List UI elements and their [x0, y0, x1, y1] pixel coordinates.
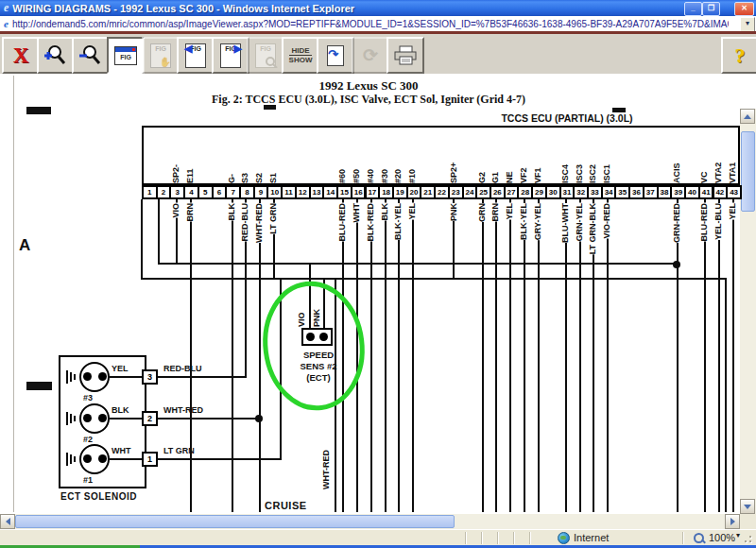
figure-zoom-icon: FIG: [255, 43, 276, 68]
wire-segment: [607, 199, 609, 512]
solenoid-terminal: [83, 454, 92, 463]
figure-pan-icon: FIG✋: [150, 43, 171, 68]
zoom-dropdown-caret[interactable]: ▾: [736, 531, 740, 539]
wire-segment: [157, 458, 282, 460]
wire-color-label: GRN: [477, 203, 488, 222]
ect-solenoid-label: ECT SOLENOID: [60, 491, 137, 502]
wire-segment: [704, 199, 706, 512]
zoom-in-button[interactable]: [37, 37, 75, 74]
wire-segment: [157, 418, 261, 420]
zoom-out-button[interactable]: [72, 37, 110, 74]
scroll-left-button[interactable]: [0, 514, 15, 529]
fig-prev-button[interactable]: ◀FIG: [177, 37, 215, 74]
ecu-pin-label: S3: [240, 173, 250, 183]
ecu-pin-label: VF2: [519, 167, 529, 183]
wire-color-label: GRN-YEL: [575, 203, 585, 242]
wire-color-label: GRY-YEL: [533, 203, 543, 240]
ecu-pin-label: #30: [380, 169, 390, 183]
ecu-pin-label: S1: [268, 173, 279, 183]
grid-letter: A: [19, 236, 30, 255]
hide-show-button[interactable]: HIDESHOW: [282, 37, 319, 74]
restore-button[interactable]: ❐: [702, 2, 720, 16]
ecu-pin-label: NE: [505, 171, 515, 183]
vertical-scroll-thumb[interactable]: [741, 131, 755, 212]
ecu-pin-label: #40: [366, 169, 376, 183]
solenoid-terminal: [83, 372, 92, 381]
ecu-pin-label: ISC4: [560, 164, 571, 183]
fig-select-button: FIG✋: [142, 37, 180, 74]
refresh-icon: ⟳: [363, 44, 378, 66]
hide-show-icon: HIDESHOW: [289, 46, 313, 64]
status-bar: Internet 100% ▾: [0, 529, 756, 546]
wire-color-label: WHT: [352, 203, 362, 223]
solenoid-id: #1: [83, 475, 93, 485]
ecu-pin-label: #20: [393, 169, 404, 183]
connector-pin-1: 1: [142, 452, 158, 467]
tccs-ecu-label: TCCS ECU (PARTIAL) (3.0L): [465, 112, 669, 124]
printer-icon: [392, 44, 419, 67]
scroll-right-button[interactable]: [725, 514, 740, 529]
wire-color-label: VIO: [171, 203, 181, 218]
wire-segment: [141, 278, 727, 280]
wire-color-label: GRN-RED: [672, 203, 682, 243]
wire-color-label: BLK-YEL: [393, 203, 404, 240]
right-arrow-icon: [730, 518, 735, 525]
diagram-viewport: 1992 Lexus SC 300 Fig. 2: TCCS ECU (3.0L…: [0, 74, 756, 514]
wire-segment: [412, 199, 414, 512]
ecu-pin-label: VC: [699, 171, 710, 183]
solenoid-wave-icon: [66, 370, 68, 384]
fig-zoom-button: FIG: [247, 37, 284, 74]
wire-segment: [725, 278, 727, 512]
wire-color-label: VIO-RED: [602, 203, 612, 239]
close-viewer-button[interactable]: X: [2, 37, 40, 74]
wire-color-label: BLK-YEL: [519, 203, 529, 240]
solenoid-wave-icon: [70, 372, 72, 382]
cruise-label: CRUISE: [265, 500, 307, 511]
up-arrow-icon: [744, 114, 751, 119]
scroll-down-button[interactable]: [740, 499, 755, 514]
internet-zone-label: Internet: [574, 532, 609, 543]
wire-junction: [255, 415, 263, 422]
ecu-pin-label: G1: [490, 172, 501, 183]
viewer-toolbar: XFIGFIG✋◀FIG▶FIGFIGHIDESHOW↷⟳: [0, 34, 756, 75]
wire-color-label: YEL: [728, 203, 738, 220]
print-button[interactable]: [387, 37, 424, 74]
fig-next-button[interactable]: ▶FIG: [212, 37, 249, 74]
solenoid-terminal: [83, 414, 92, 422]
next-figure-icon: ▶FIG: [220, 43, 241, 68]
ecu-pin-label: ISC2: [588, 164, 598, 183]
close-button[interactable]: ✕: [734, 2, 754, 16]
wire-segment: [524, 199, 525, 512]
solenoid-wave-icon: [66, 453, 68, 466]
scan-mark: [26, 107, 51, 114]
address-input[interactable]: http://ondemand5.com/mric/common/asp/Ima…: [12, 19, 729, 29]
ecu-pin-label: VTA2: [713, 163, 724, 183]
solenoid-wave-icon: [66, 412, 68, 425]
wire-segment: [110, 376, 144, 378]
routing-wire-label: WHT-RED: [321, 450, 332, 489]
help-icon: ?: [735, 43, 746, 68]
horizontal-scroll-thumb[interactable]: [15, 515, 455, 528]
solenoid-wave-icon: [74, 374, 76, 380]
wire-segment: [158, 199, 160, 265]
rotate-page-icon: ↷: [327, 45, 344, 66]
ecu-wire-label: WHT-RED: [163, 405, 203, 415]
help-button[interactable]: ?: [721, 37, 756, 74]
ecu-pin-label: ACIS: [672, 163, 682, 183]
scroll-up-button[interactable]: [740, 109, 755, 124]
internet-zone-icon: [558, 532, 570, 544]
fig-window-button[interactable]: FIG: [107, 37, 145, 74]
ecu-pin-label: VF1: [533, 167, 543, 183]
wire-color-label: YEL: [505, 203, 515, 220]
ecu-pin-43: 43: [726, 185, 742, 199]
address-bar: e http://ondemand5.com/mric/common/asp/I…: [0, 16, 756, 32]
wire-color-label: BLU-WHT: [560, 203, 571, 243]
minimize-button[interactable]: _: [684, 2, 702, 16]
wire-junction: [673, 261, 680, 268]
wire-segment: [718, 199, 720, 512]
address-dropdown-button[interactable]: ▾: [740, 17, 755, 32]
coil-wire-label: YEL: [112, 364, 129, 373]
solenoid-wave-icon: [70, 414, 72, 423]
rotate-button[interactable]: ↷: [317, 37, 354, 74]
wire-segment: [157, 376, 247, 378]
